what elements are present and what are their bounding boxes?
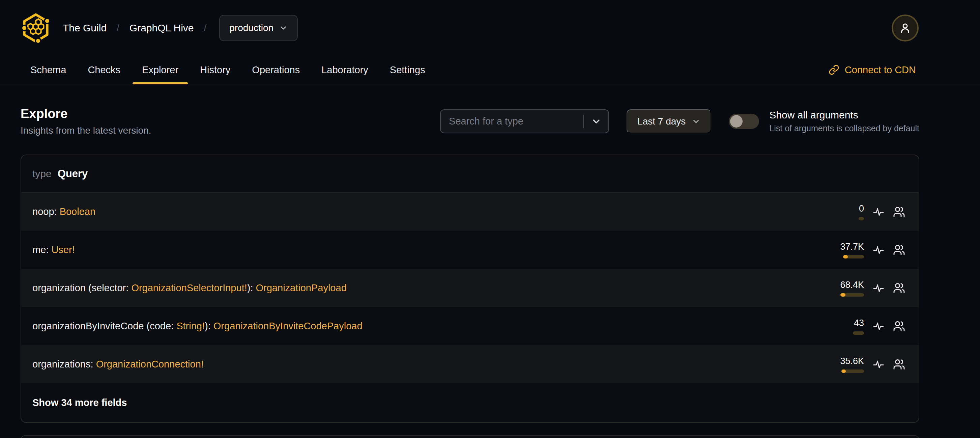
- field-row: me: User! 37.7K: [21, 231, 919, 269]
- page-title: Explore: [21, 107, 151, 121]
- field-name-text: noop:: [32, 206, 60, 217]
- toggle-text: Show all arguments List of arguments is …: [769, 109, 919, 133]
- field-usage-value: 37.7K: [840, 242, 864, 252]
- activity-pulse-icon[interactable]: [873, 244, 884, 256]
- combobox-divider: [584, 115, 584, 128]
- users-icon[interactable]: [893, 244, 905, 256]
- target-selector-label: production: [229, 22, 274, 33]
- breadcrumb-project[interactable]: GraphQL Hive: [129, 22, 194, 34]
- date-range-dropdown[interactable]: Last 7 days: [627, 109, 711, 133]
- field-usage-value: 68.4K: [840, 280, 864, 290]
- chevron-down-icon: [279, 24, 288, 32]
- activity-pulse-icon[interactable]: [873, 359, 884, 370]
- field-usage-stat: 43: [824, 318, 864, 335]
- field-usage-bar: [859, 217, 864, 220]
- toggle-label: Show all arguments: [769, 109, 919, 121]
- type-card-header: type Query: [21, 155, 919, 193]
- tab-settings[interactable]: Settings: [380, 56, 435, 84]
- field-name-text: ):: [205, 320, 213, 331]
- field-usage-bar: [840, 293, 864, 296]
- breadcrumb-separator: /: [204, 22, 207, 33]
- chevron-down-icon: [692, 117, 700, 126]
- activity-pulse-icon[interactable]: [873, 282, 884, 294]
- target-selector-dropdown[interactable]: production: [219, 15, 298, 41]
- field-usage-bar-fill: [840, 293, 845, 296]
- field-row: noop: Boolean 0: [21, 193, 919, 231]
- field-usage-value: 0: [859, 204, 864, 214]
- type-search-combobox[interactable]: Search for a type: [440, 109, 609, 133]
- top-header: The Guild / GraphQL Hive / production: [0, 0, 980, 56]
- field-row: organizations: OrganizationConnection! 3…: [21, 345, 919, 383]
- link-icon: [829, 64, 839, 75]
- user-avatar-button[interactable]: [892, 14, 919, 41]
- nav-tabs: SchemaChecksExplorerHistoryOperationsLab…: [21, 56, 435, 84]
- type-card-query: type Query noop: Boolean 0 me:: [21, 154, 919, 423]
- date-range-label: Last 7 days: [637, 116, 686, 127]
- activity-pulse-icon[interactable]: [873, 206, 884, 218]
- tab-laboratory[interactable]: Laboratory: [312, 56, 378, 84]
- next-type-card: [21, 435, 919, 438]
- field-usage-bar-fill: [842, 370, 846, 373]
- main-content: Explore Insights from the latest version…: [0, 107, 980, 438]
- type-name: Query: [58, 168, 88, 180]
- field-name-text: organization (selector:: [32, 282, 131, 293]
- field-signature: organizationByInviteCode (code: String!)…: [32, 320, 824, 332]
- field-type-link[interactable]: OrganizationByInviteCodePayload: [213, 320, 363, 331]
- tab-checks[interactable]: Checks: [78, 56, 130, 84]
- tab-explorer[interactable]: Explorer: [132, 56, 188, 84]
- tab-history[interactable]: History: [191, 56, 240, 84]
- toggle-description: List of arguments is collapsed by defaul…: [769, 124, 919, 133]
- field-row: organizationByInviteCode (code: String!)…: [21, 307, 919, 345]
- field-usage-bar: [842, 370, 864, 373]
- activity-pulse-icon[interactable]: [873, 320, 884, 332]
- show-all-arguments-toggle[interactable]: [729, 114, 759, 129]
- hive-logo-icon[interactable]: [19, 12, 52, 44]
- field-usage-bar: [843, 255, 864, 258]
- field-type-link[interactable]: OrganizationSelectorInput!: [131, 282, 247, 293]
- users-icon[interactable]: [893, 206, 905, 218]
- field-signature: noop: Boolean: [32, 206, 824, 217]
- type-kind-label: type: [32, 168, 52, 180]
- field-name-text: organizationByInviteCode (code:: [32, 320, 177, 331]
- explore-controls: Search for a type Last 7 days Show all a…: [440, 109, 919, 133]
- users-icon[interactable]: [893, 282, 905, 294]
- field-usage-bar: [853, 331, 864, 335]
- page-heading: Explore Insights from the latest version…: [21, 107, 151, 136]
- primary-nav: SchemaChecksExplorerHistoryOperationsLab…: [0, 56, 980, 84]
- user-icon: [899, 22, 911, 34]
- show-more-fields-button[interactable]: Show 34 more fields: [21, 383, 919, 422]
- field-row: organization (selector: OrganizationSele…: [21, 269, 919, 307]
- toggle-knob: [730, 115, 743, 127]
- field-usage-value: 43: [854, 318, 864, 328]
- field-type-link[interactable]: OrganizationPayload: [256, 282, 347, 293]
- field-usage-stat: 35.6K: [824, 356, 864, 373]
- breadcrumb-org[interactable]: The Guild: [63, 22, 107, 34]
- field-name-text: me:: [32, 244, 51, 255]
- field-signature: me: User!: [32, 244, 824, 255]
- field-type-link[interactable]: Boolean: [60, 206, 95, 217]
- field-usage-stat: 37.7K: [824, 242, 864, 258]
- field-name-text: ):: [247, 282, 256, 293]
- field-usage-stat: 68.4K: [824, 280, 864, 296]
- breadcrumb-separator: /: [117, 22, 119, 33]
- tab-schema[interactable]: Schema: [21, 56, 76, 84]
- field-usage-value: 35.6K: [840, 356, 864, 366]
- field-usage-bar-fill: [843, 255, 848, 258]
- connect-to-cdn-label: Connect to CDN: [845, 64, 916, 76]
- connect-to-cdn-link[interactable]: Connect to CDN: [829, 56, 916, 84]
- chevron-down-icon[interactable]: [591, 116, 601, 127]
- field-type-link[interactable]: User!: [51, 244, 75, 255]
- field-usage-stat: 0: [824, 204, 864, 220]
- tab-operations[interactable]: Operations: [242, 56, 309, 84]
- field-signature: organization (selector: OrganizationSele…: [32, 282, 824, 293]
- page-subtitle: Insights from the latest version.: [21, 125, 151, 136]
- field-type-link[interactable]: OrganizationConnection!: [96, 359, 204, 370]
- field-signature: organizations: OrganizationConnection!: [32, 359, 824, 370]
- field-name-text: organizations:: [32, 359, 96, 370]
- users-icon[interactable]: [893, 320, 905, 332]
- field-type-link[interactable]: String!: [177, 320, 205, 331]
- field-rows: noop: Boolean 0 me: User! 37.7K: [21, 193, 919, 383]
- type-search-placeholder: Search for a type: [449, 116, 580, 127]
- users-icon[interactable]: [893, 358, 905, 371]
